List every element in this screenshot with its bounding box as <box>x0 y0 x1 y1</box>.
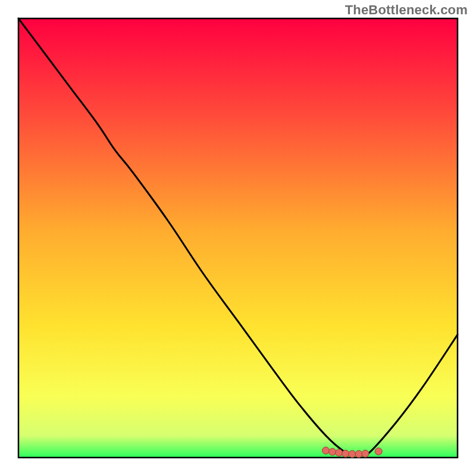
plot-area <box>18 18 458 458</box>
curve-marker <box>349 450 356 458</box>
curve-marker <box>322 447 330 454</box>
curve-marker <box>362 450 369 457</box>
curve-marker <box>342 450 349 457</box>
curve-marker <box>336 449 343 456</box>
curve-marker <box>355 450 362 458</box>
curve-marker <box>329 448 336 455</box>
chart-canvas <box>0 0 476 476</box>
curve-marker <box>375 448 382 455</box>
